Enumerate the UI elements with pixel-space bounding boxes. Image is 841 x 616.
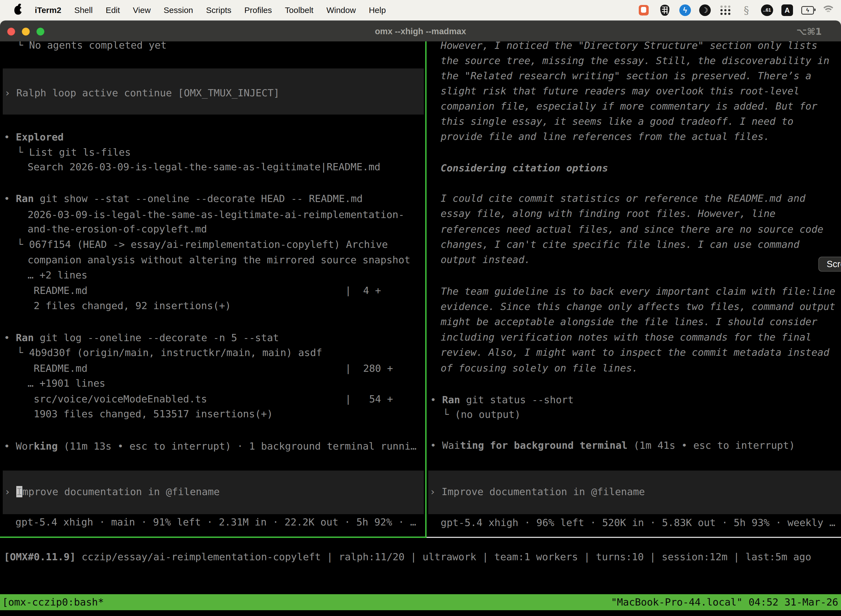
desktop-screen: iTerm2 Shell Edit View Session Scripts P… bbox=[0, 0, 841, 616]
explored-list: └ List git ls-files bbox=[17, 146, 131, 159]
dots-grid-icon[interactable] bbox=[719, 4, 732, 16]
thought-p2-l2: essay file, along with finding root file… bbox=[441, 207, 776, 220]
apple-menu-icon[interactable] bbox=[14, 6, 22, 15]
pane-border bbox=[425, 41, 426, 538]
thought-p3-l2: evidence. Since this change only affects… bbox=[441, 300, 835, 313]
explored-search: Search 2026-03-09-is-legal-the-same-as-l… bbox=[28, 161, 381, 173]
pane-border bbox=[426, 537, 841, 538]
ran-git-log: • Ran git log --oneline --decorate -n 5 … bbox=[4, 331, 279, 344]
crescent-circle-icon[interactable]: ☽ bbox=[699, 4, 711, 16]
git-show-stat-file: README.md bbox=[34, 284, 88, 297]
menu-item-help[interactable]: Help bbox=[369, 6, 386, 15]
ralph-loop-line: › Ralph loop active continue [OMX_TMUX_I… bbox=[4, 87, 280, 99]
git-log-output-1: └ 4b9d30f (origin/main, instructkr/main,… bbox=[17, 346, 322, 359]
shield-grid-icon[interactable] bbox=[658, 4, 671, 16]
thought-p1-l2: the source tree, missing the essay. Stil… bbox=[441, 54, 829, 67]
working-status-line: • Working (11m 13s • esc to interrupt) ·… bbox=[4, 440, 417, 453]
git-show-stat-summary: 2 files changed, 92 insertions(+) bbox=[34, 299, 231, 312]
thought-p3-l1: The team guideline is to back every impo… bbox=[441, 285, 835, 298]
menu-item-scripts[interactable]: Scripts bbox=[206, 6, 231, 15]
git-show-stat-count: | 4 + bbox=[345, 284, 381, 297]
thought-p3-l3: might be acceptable alongside the file l… bbox=[441, 315, 817, 328]
thought-p1-l5: companion file, especially if more comme… bbox=[441, 100, 817, 113]
menu-item-shell[interactable]: Shell bbox=[74, 6, 93, 15]
pane-border bbox=[0, 537, 426, 538]
thought-p2-l5: output instead. bbox=[441, 253, 530, 266]
git-show-output-1: └ 067f154 (HEAD -> essay/ai-reimplementa… bbox=[17, 238, 388, 251]
window-title-bar: omx --xhigh --madmax ⌥⌘1 bbox=[0, 21, 841, 41]
tmux-status-bar: [omx-cczip0:bash* "MacBook-Pro-44.local"… bbox=[0, 594, 841, 610]
git-log-stat-summary: 1903 files changed, 513517 insertions(+) bbox=[34, 408, 273, 420]
agents-status-line: └ No agents completed yet bbox=[17, 41, 167, 51]
macos-menu-bar: iTerm2 Shell Edit View Session Scripts P… bbox=[0, 0, 841, 21]
menu-item-iterm2[interactable]: iTerm2 bbox=[35, 6, 61, 15]
counter-badge-icon[interactable]: ..61 bbox=[761, 4, 773, 16]
letter-a-app-icon[interactable]: A bbox=[781, 4, 793, 16]
left-model-status: gpt-5.4 xhigh · main · 91% left · 2.31M … bbox=[15, 516, 416, 528]
thought-p1-l7: provide file and line references from th… bbox=[441, 130, 769, 143]
git-log-stat-count1: | 280 + bbox=[345, 362, 393, 375]
thought-p3-l4: including verification notes with those … bbox=[441, 331, 812, 343]
left-prompt-line: › Improve documentation in @filename bbox=[4, 485, 220, 498]
right-model-status: gpt-5.4 xhigh · 96% left · 520K in · 5.8… bbox=[441, 516, 835, 529]
explored-header: • Explored bbox=[4, 131, 64, 144]
thought-p2-l1: I could cite commit statistics or refere… bbox=[441, 192, 806, 205]
menu-item-view[interactable]: View bbox=[133, 6, 151, 15]
git-show-output-3: … +2 lines bbox=[28, 269, 88, 282]
thought-p1-l3: the "Related research writing" section i… bbox=[441, 70, 812, 82]
terminal-content: └ No agents completed yet› Ralph loop ac… bbox=[0, 41, 841, 616]
chat-app-icon[interactable] bbox=[637, 4, 650, 16]
menu-items: iTerm2 Shell Edit View Session Scripts P… bbox=[0, 6, 386, 15]
right-prompt-line: › Improve documentation in @filename bbox=[429, 485, 645, 498]
battery-icon[interactable]: ϟ bbox=[801, 4, 814, 16]
thought-p3-l5: review. Also, I might want to inspect th… bbox=[441, 346, 829, 359]
menu-item-profiles[interactable]: Profiles bbox=[244, 6, 272, 15]
thought-p2-l3: references need actual files, and since … bbox=[441, 223, 823, 236]
omx-status-line: [OMX#0.11.9] cczip/essay/ai-reimplementa… bbox=[4, 551, 811, 563]
git-log-stat-file2: src/voice/voiceModeEnabled.ts bbox=[34, 393, 207, 405]
git-log-stat-count2: | 54 + bbox=[345, 393, 393, 405]
git-show-arg-wrap2: and-the-erosion-of-copyleft.md bbox=[28, 223, 207, 235]
git-log-stat-file1: README.md bbox=[34, 362, 88, 375]
git-log-output-2: … +1901 lines bbox=[28, 377, 105, 390]
thought-p1-l4: slight risk that future readers may over… bbox=[441, 85, 799, 97]
menu-status-icons: ϟ ☽ § ..61 A ϟ bbox=[637, 4, 841, 16]
ran-git-show: • Ran git show --stat --oneline --decora… bbox=[4, 192, 363, 205]
squiggle-icon[interactable]: § bbox=[740, 4, 753, 16]
menu-item-session[interactable]: Session bbox=[164, 6, 193, 15]
window-title: omx --xhigh --madmax bbox=[0, 21, 841, 42]
thought-p1-l6: this single essay, it seems like a good … bbox=[441, 115, 794, 128]
bolt-circle-icon[interactable]: ϟ bbox=[679, 4, 691, 16]
waiting-status-line: • Waiting for background terminal (1m 41… bbox=[430, 439, 795, 452]
git-show-arg-wrap1: 2026-03-09-is-legal-the-same-as-legitima… bbox=[28, 208, 404, 221]
tmux-host-clock: "MacBook-Pro-44.local" 04:52 31-Mar-26 bbox=[611, 594, 838, 610]
wifi-icon[interactable] bbox=[822, 6, 834, 15]
window-shortcut-badge: ⌥⌘1 bbox=[796, 21, 822, 42]
ran-git-status: • Ran git status --short bbox=[430, 393, 574, 406]
menu-item-window[interactable]: Window bbox=[327, 6, 356, 15]
thought-p2-l4: changes, I can't cite specific file line… bbox=[441, 238, 799, 251]
tmux-session-label: [omx-cczip0:bash* bbox=[2, 594, 104, 610]
thought-p3-l6: of focusing solely on file lines. bbox=[441, 362, 638, 374]
screen-share-chip[interactable]: Scre bbox=[818, 257, 841, 271]
git-status-output: └ (no output) bbox=[443, 408, 521, 421]
menu-item-toolbelt[interactable]: Toolbelt bbox=[285, 6, 314, 15]
menu-item-edit[interactable]: Edit bbox=[105, 6, 120, 15]
git-show-output-2: companion analysis without altering the … bbox=[28, 254, 410, 266]
thought-p1-l1: However, I noticed the "Directory Struct… bbox=[441, 41, 817, 52]
thought-heading: Considering citation options bbox=[441, 162, 608, 175]
